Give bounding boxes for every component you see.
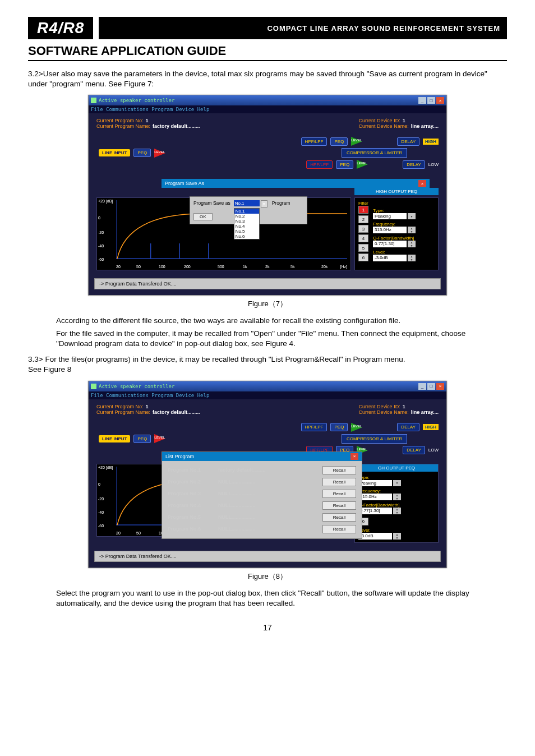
save-opt-1[interactable]: No.1	[234, 209, 259, 214]
list-row: Program No.6NULL.................Recall	[168, 523, 356, 535]
y-0: 0	[98, 216, 100, 220]
filter-btn-5[interactable]: 5	[358, 244, 368, 252]
level-main-f8[interactable]: LEVEL	[154, 434, 165, 443]
delay-low-f8[interactable]: DELAY	[403, 446, 425, 454]
program-label: Program No.4	[168, 503, 218, 508]
x-5k: 5k	[290, 265, 294, 269]
list-dialog-close[interactable]: ×	[350, 453, 358, 460]
type-dropdown-icon-f8[interactable]: ▼	[393, 480, 401, 486]
delay-high[interactable]: DELAY	[397, 137, 419, 146]
menubar[interactable]: File Communications Program Device Help	[89, 105, 446, 113]
peq-high[interactable]: PEQ	[330, 137, 348, 146]
recall-button[interactable]: Recall	[322, 513, 356, 522]
titlebar-text-f8: Active speaker controller	[99, 384, 418, 389]
dropdown-icon[interactable]: ▼	[261, 200, 268, 208]
top-info-f8: Current Program No:1 Current Program Nam…	[89, 399, 446, 416]
current-device-name: line array....	[411, 123, 439, 129]
level-main[interactable]: LEVEL	[154, 149, 165, 158]
close-button[interactable]: ×	[436, 97, 444, 104]
q-input-f8[interactable]: 0.77[1.30]	[358, 508, 392, 514]
save-opt-2[interactable]: No.2	[234, 214, 259, 219]
compressor-limiter-f8[interactable]: COMPRESSOR & LIMITER	[342, 434, 407, 444]
x-20: 20	[116, 265, 121, 269]
freq-spinner-f8[interactable]: ▲▼	[393, 494, 401, 500]
signal-diagram: HPF/LPF PEQ LEVEL DELAY HIGH LINE INPUT …	[89, 130, 446, 176]
freq-input-f8[interactable]: 315.0Hz	[358, 494, 392, 500]
list-row: Program No.2NULL.................Recall	[168, 476, 356, 488]
peq-main[interactable]: PEQ	[133, 149, 151, 157]
save-opt-4[interactable]: No.4	[234, 224, 259, 229]
compressor-limiter[interactable]: COMPRESSOR & LIMITER	[342, 148, 407, 158]
freq-input[interactable]: 315.0Hz	[373, 227, 407, 233]
high-output-label-f8: HIGH	[423, 424, 439, 430]
high-output-peq-bar-f8: GH OUTPUT PEQ	[355, 464, 438, 472]
hpflpf-high-f8[interactable]: HPF/LPF	[301, 423, 328, 431]
close-button-f8[interactable]: ×	[436, 383, 444, 390]
filter-btn-6[interactable]: 6	[358, 253, 368, 261]
level-input-f8[interactable]: -3.0dB	[358, 533, 392, 540]
list-row: Program No.5NULL.................Recall	[168, 511, 356, 523]
high-output-peq-bar: HIGH OUTPUT PEQ	[354, 188, 439, 195]
maximize-button-f8[interactable]: □	[427, 383, 435, 390]
menubar-f8[interactable]: File Communications Program Device Help	[89, 391, 446, 399]
filter-btn-2[interactable]: 2	[358, 215, 368, 223]
x-2k: 2k	[265, 265, 269, 269]
filter-btn-4[interactable]: 4	[358, 234, 368, 242]
list-program-dialog: List Program × Program No.1factory defau…	[162, 451, 362, 539]
maximize-button[interactable]: □	[427, 97, 435, 104]
section-title: SOFTWARE APPLICATION GUIDE	[28, 44, 507, 61]
filter-btn-1[interactable]: 1	[358, 206, 368, 214]
list-row: Program No.3NULL.................Recall	[168, 488, 356, 500]
x-200: 200	[184, 265, 191, 269]
delay-high-f8[interactable]: DELAY	[397, 423, 419, 431]
subtitle-label: COMPACT LINE ARRAY SOUND REINFORCEMENT S…	[99, 17, 507, 39]
save-opt-5[interactable]: No.5	[234, 229, 259, 234]
level-high[interactable]: LEVEL	[351, 137, 362, 146]
type-select[interactable]: Peaking	[373, 213, 407, 219]
peq-low[interactable]: PEQ	[336, 160, 353, 169]
page-header: R4/R8 COMPACT LINE ARRAY SOUND REINFORCE…	[28, 17, 507, 39]
list-dialog-body: Program No.1factory default.........Reca…	[162, 461, 362, 538]
top-info: Current Program No:1 Current Program Nam…	[89, 113, 446, 130]
q-spinner-f8[interactable]: ▲▼	[393, 508, 401, 514]
level-high-f8[interactable]: LEVEL	[351, 423, 362, 432]
recall-button[interactable]: Recall	[322, 490, 356, 498]
app-icon-f8	[91, 384, 96, 389]
app-icon	[91, 98, 96, 103]
status-bar-f8: -> Program Data Transfered OK....	[94, 551, 441, 562]
save-slot-select[interactable]: No.1 ▼ No.1 No.2 No.3 No.4 No.5 No.6	[234, 200, 260, 206]
recall-button[interactable]: Recall	[322, 525, 356, 533]
peq-high-f8[interactable]: PEQ	[330, 423, 348, 431]
line-input[interactable]: LINE INPUT	[99, 149, 130, 156]
save-opt-3[interactable]: No.3	[234, 219, 259, 224]
q-input[interactable]: 0.77[1.30]	[373, 241, 407, 247]
delay-low[interactable]: DELAY	[403, 160, 425, 169]
save-ok-button[interactable]: OK	[193, 213, 213, 220]
save-slot-options[interactable]: No.1 No.2 No.3 No.4 No.5 No.6	[234, 208, 260, 239]
recall-button[interactable]: Recall	[322, 478, 356, 486]
titlebar-f8: Active speaker controller _ □ ×	[89, 381, 446, 391]
type-select-f8[interactable]: Peaking	[358, 480, 392, 486]
minimize-button[interactable]: _	[418, 97, 426, 104]
current-program-no-label: Current Program No:	[96, 118, 144, 123]
recall-button[interactable]: Recall	[322, 466, 356, 474]
list-row: Program No.1factory default.........Reca…	[168, 464, 356, 476]
filter-btn-3[interactable]: 3	[358, 225, 368, 233]
save-dialog-close[interactable]: ×	[418, 180, 426, 187]
minimize-button-f8[interactable]: _	[418, 383, 426, 390]
q-spinner[interactable]: ▲▼	[408, 241, 416, 247]
level-input[interactable]: -3.0dB	[373, 255, 407, 261]
hpflpf-high[interactable]: HPF/LPF	[301, 137, 328, 146]
type-dropdown-icon[interactable]: ▼	[408, 213, 416, 219]
low-output-label: LOW	[428, 162, 439, 167]
level-low[interactable]: LEVEL	[357, 160, 368, 169]
peq-main-f8[interactable]: PEQ	[133, 435, 151, 443]
freq-spinner[interactable]: ▲▼	[408, 227, 416, 233]
hpflpf-low[interactable]: HPF/LPF	[306, 160, 333, 169]
save-opt-6[interactable]: No.6	[234, 234, 259, 239]
recall-button[interactable]: Recall	[322, 501, 356, 510]
level-spinner[interactable]: ▲▼	[408, 255, 416, 261]
line-input-f8[interactable]: LINE INPUT	[99, 435, 130, 442]
level-spinner-f8[interactable]: ▲▼	[393, 533, 401, 540]
filter-label: Filter	[358, 201, 435, 206]
